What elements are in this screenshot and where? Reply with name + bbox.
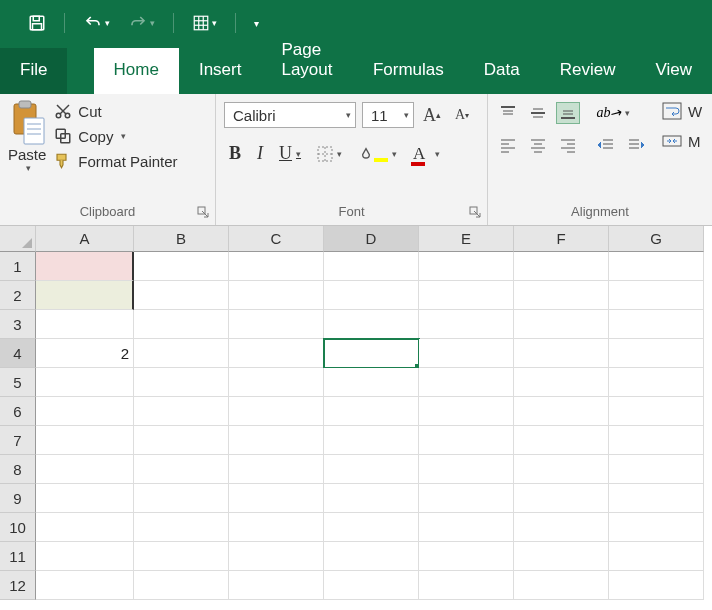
merge-center-button[interactable]: M: [662, 132, 702, 150]
cell[interactable]: 2: [36, 339, 134, 368]
cell[interactable]: [134, 426, 229, 455]
cell[interactable]: [134, 281, 229, 310]
cell[interactable]: [514, 484, 609, 513]
row-header[interactable]: 11: [0, 542, 36, 571]
cell[interactable]: [324, 310, 419, 339]
cell[interactable]: [324, 252, 419, 281]
cell[interactable]: [229, 310, 324, 339]
select-all-button[interactable]: [0, 226, 36, 252]
cell[interactable]: [514, 571, 609, 600]
cell[interactable]: [324, 513, 419, 542]
dialog-launcher-icon[interactable]: [469, 205, 481, 217]
grid-icon[interactable]: ▾: [192, 14, 217, 32]
cell[interactable]: [324, 397, 419, 426]
tab-insert[interactable]: Insert: [179, 48, 262, 94]
cell[interactable]: [229, 455, 324, 484]
column-header[interactable]: E: [419, 226, 514, 252]
font-size-combo[interactable]: 11▾: [362, 102, 414, 128]
row-header[interactable]: 12: [0, 571, 36, 600]
cell[interactable]: [609, 368, 704, 397]
italic-button[interactable]: I: [252, 140, 268, 167]
cell[interactable]: [609, 252, 704, 281]
bold-button[interactable]: B: [224, 140, 246, 167]
cell[interactable]: [324, 339, 419, 368]
align-right-button[interactable]: [556, 134, 580, 156]
cell[interactable]: [324, 281, 419, 310]
paste-button[interactable]: Paste ▾: [8, 98, 50, 203]
cell[interactable]: [609, 455, 704, 484]
file-tab[interactable]: File: [0, 48, 67, 94]
cell[interactable]: [36, 426, 134, 455]
cell[interactable]: [229, 339, 324, 368]
cell[interactable]: [609, 484, 704, 513]
cell[interactable]: [419, 513, 514, 542]
align-bottom-button[interactable]: [556, 102, 580, 124]
cell[interactable]: [609, 281, 704, 310]
font-color-button[interactable]: A▾: [408, 141, 445, 167]
row-header[interactable]: 5: [0, 368, 36, 397]
dialog-launcher-icon[interactable]: [197, 205, 209, 217]
wrap-text-button[interactable]: W: [662, 102, 702, 120]
cell[interactable]: [419, 455, 514, 484]
decrease-font-button[interactable]: A▾: [450, 103, 474, 127]
cell[interactable]: [609, 542, 704, 571]
cell[interactable]: [324, 571, 419, 600]
cell[interactable]: [514, 513, 609, 542]
cell[interactable]: [134, 397, 229, 426]
cell[interactable]: [36, 281, 134, 310]
increase-font-button[interactable]: A▴: [420, 103, 444, 127]
cell[interactable]: [419, 310, 514, 339]
row-header[interactable]: 8: [0, 455, 36, 484]
tab-data[interactable]: Data: [464, 48, 540, 94]
cell[interactable]: [36, 484, 134, 513]
column-header[interactable]: D: [324, 226, 419, 252]
row-header[interactable]: 2: [0, 281, 36, 310]
cell[interactable]: [609, 310, 704, 339]
tab-home[interactable]: Home: [94, 48, 179, 94]
column-header[interactable]: C: [229, 226, 324, 252]
cell[interactable]: [36, 368, 134, 397]
column-header[interactable]: A: [36, 226, 134, 252]
tab-formulas[interactable]: Formulas: [353, 48, 464, 94]
cell[interactable]: [514, 252, 609, 281]
align-middle-button[interactable]: [526, 102, 550, 124]
cell[interactable]: [229, 281, 324, 310]
cell[interactable]: [36, 397, 134, 426]
row-header[interactable]: 3: [0, 310, 36, 339]
redo-button[interactable]: ▾: [128, 14, 155, 32]
cell[interactable]: [134, 455, 229, 484]
cell[interactable]: [514, 397, 609, 426]
cell[interactable]: [229, 426, 324, 455]
cell[interactable]: [36, 542, 134, 571]
align-top-button[interactable]: [496, 102, 520, 124]
cell[interactable]: [324, 455, 419, 484]
cell[interactable]: [514, 455, 609, 484]
cell[interactable]: [324, 426, 419, 455]
cell[interactable]: [229, 397, 324, 426]
cell[interactable]: [419, 542, 514, 571]
tab-review[interactable]: Review: [540, 48, 636, 94]
format-painter-button[interactable]: Format Painter: [50, 150, 181, 172]
undo-button[interactable]: ▾: [83, 14, 110, 32]
cell[interactable]: [134, 310, 229, 339]
cell[interactable]: [36, 252, 134, 281]
cell[interactable]: [609, 397, 704, 426]
row-header[interactable]: 1: [0, 252, 36, 281]
cell[interactable]: [419, 252, 514, 281]
row-header[interactable]: 7: [0, 426, 36, 455]
cell[interactable]: [419, 571, 514, 600]
cell[interactable]: [419, 484, 514, 513]
cell[interactable]: [36, 571, 134, 600]
cell[interactable]: [134, 252, 229, 281]
underline-button[interactable]: U▾: [274, 140, 306, 167]
column-header[interactable]: G: [609, 226, 704, 252]
cell[interactable]: [419, 397, 514, 426]
cut-button[interactable]: Cut: [50, 100, 181, 122]
cell[interactable]: [36, 455, 134, 484]
cell[interactable]: [514, 542, 609, 571]
cell[interactable]: [419, 368, 514, 397]
cell[interactable]: [229, 252, 324, 281]
cell[interactable]: [514, 426, 609, 455]
fill-color-button[interactable]: ▾: [353, 143, 402, 165]
cell[interactable]: [514, 281, 609, 310]
